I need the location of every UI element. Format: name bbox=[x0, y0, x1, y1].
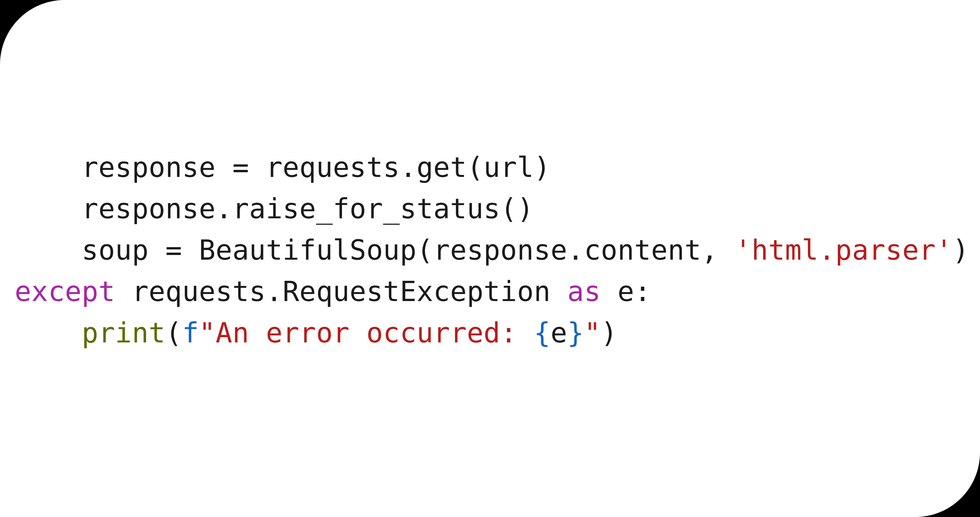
code-viewport: response = requests.get(url) response.ra… bbox=[0, 0, 980, 517]
code-token: response = requests.get(url) bbox=[81, 151, 550, 183]
code-token: ( bbox=[165, 317, 182, 349]
code-token: } bbox=[567, 317, 584, 349]
code-token: "An error occurred: bbox=[199, 317, 534, 349]
code-token: requests.RequestException bbox=[115, 275, 568, 307]
code-token: e: bbox=[601, 275, 651, 307]
code-token: f bbox=[182, 317, 199, 349]
code-token: soup = BeautifulSoup(response.content, bbox=[81, 234, 735, 266]
code-token: as bbox=[567, 275, 601, 307]
code-token: e bbox=[550, 317, 567, 349]
code-token: ) bbox=[601, 317, 617, 349]
code-token: 'html.parser' bbox=[735, 234, 953, 266]
code-token: response.raise_for_status() bbox=[81, 193, 534, 225]
code-token: " bbox=[584, 317, 601, 349]
code-token: except bbox=[15, 275, 115, 307]
code-block: response = requests.get(url) response.ra… bbox=[15, 147, 965, 353]
code-token: print bbox=[81, 317, 165, 349]
code-token: ) bbox=[953, 234, 969, 266]
code-token: { bbox=[534, 317, 550, 349]
